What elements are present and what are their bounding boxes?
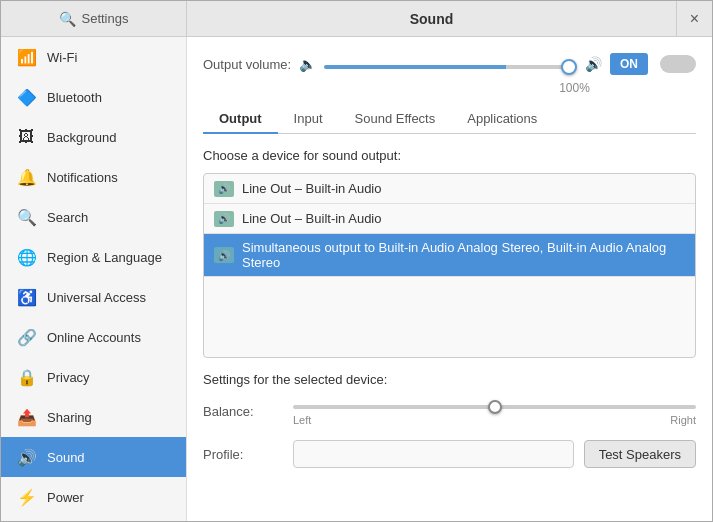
volume-high-icon: 🔊 — [585, 56, 602, 72]
device-label-2: Line Out – Built-in Audio — [242, 211, 381, 226]
sidebar-item-search[interactable]: 🔍Search — [1, 197, 186, 237]
sidebar: 📶Wi-Fi🔷Bluetooth🖼Background🔔Notification… — [1, 37, 187, 521]
sidebar-item-network[interactable]: 🌐Network — [1, 517, 186, 521]
tab-applications[interactable]: Applications — [451, 105, 553, 134]
settings-label: Settings for the selected device: — [203, 372, 696, 387]
main-content: 📶Wi-Fi🔷Bluetooth🖼Background🔔Notification… — [1, 37, 712, 521]
sidebar-item-power[interactable]: ⚡Power — [1, 477, 186, 517]
search-icon: 🔍 — [59, 11, 76, 27]
device-icon-3: 🔊 — [214, 247, 234, 263]
volume-low-icon: 🔈 — [299, 56, 316, 72]
balance-right-label: Right — [670, 414, 696, 426]
tab-input[interactable]: Input — [278, 105, 339, 134]
notifications-icon: 🔔 — [17, 168, 35, 187]
sidebar-label-universal: Universal Access — [47, 290, 146, 305]
sidebar-item-sharing[interactable]: 📤Sharing — [1, 397, 186, 437]
region-icon: 🌐 — [17, 248, 35, 267]
sidebar-item-universal[interactable]: ♿Universal Access — [1, 277, 186, 317]
tab-output[interactable]: Output — [203, 105, 278, 134]
sidebar-label-sharing: Sharing — [47, 410, 92, 425]
tab-sound-effects[interactable]: Sound Effects — [339, 105, 452, 134]
sound-icon: 🔊 — [17, 448, 35, 467]
volume-toggle[interactable]: ON — [610, 53, 648, 75]
profile-select[interactable] — [293, 440, 574, 468]
device-item-lineout2[interactable]: 🔊 Line Out – Built-in Audio — [204, 204, 695, 234]
balance-slider[interactable] — [293, 405, 696, 409]
profile-row: Profile: Test Speakers — [203, 440, 696, 468]
test-speakers-button[interactable]: Test Speakers — [584, 440, 696, 468]
sidebar-label-power: Power — [47, 490, 84, 505]
settings-section: Settings for the selected device: Balanc… — [203, 372, 696, 468]
window-title: Sound — [187, 11, 676, 27]
settings-label: Settings — [82, 11, 129, 26]
sidebar-label-search: Search — [47, 210, 88, 225]
device-list: 🔊 Line Out – Built-in Audio 🔊 Line Out –… — [203, 173, 696, 358]
sidebar-label-sound: Sound — [47, 450, 85, 465]
toggle-track — [660, 55, 696, 73]
sidebar-item-region[interactable]: 🌐Region & Language — [1, 237, 186, 277]
volume-row: Output volume: 🔈 🔊 ON — [203, 53, 696, 75]
universal-icon: ♿ — [17, 288, 35, 307]
sidebar-label-bluetooth: Bluetooth — [47, 90, 102, 105]
choose-device-label: Choose a device for sound output: — [203, 148, 696, 163]
sidebar-item-sound[interactable]: 🔊Sound — [1, 437, 186, 477]
volume-slider-wrap — [324, 57, 577, 72]
device-label-3: Simultaneous output to Built-in Audio An… — [242, 240, 685, 270]
volume-label: Output volume: — [203, 57, 291, 72]
content-panel: Output volume: 🔈 🔊 ON 100% Output Input … — [187, 37, 712, 521]
balance-slider-wrap: Left Right — [293, 397, 696, 426]
wifi-icon: 📶 — [17, 48, 35, 67]
balance-labels: Left Right — [293, 414, 696, 426]
volume-percent: 100% — [453, 81, 696, 95]
sidebar-label-online: Online Accounts — [47, 330, 141, 345]
sidebar-label-wifi: Wi-Fi — [47, 50, 77, 65]
sidebar-item-notifications[interactable]: 🔔Notifications — [1, 157, 186, 197]
sidebar-item-background[interactable]: 🖼Background — [1, 117, 186, 157]
balance-left-label: Left — [293, 414, 311, 426]
sidebar-label-notifications: Notifications — [47, 170, 118, 185]
sidebar-label-privacy: Privacy — [47, 370, 90, 385]
tabs: Output Input Sound Effects Applications — [203, 105, 696, 134]
balance-label: Balance: — [203, 404, 283, 419]
device-list-spacer — [204, 277, 695, 357]
bluetooth-icon: 🔷 — [17, 88, 35, 107]
search-icon: 🔍 — [17, 208, 35, 227]
close-button[interactable]: × — [676, 1, 712, 36]
sidebar-item-bluetooth[interactable]: 🔷Bluetooth — [1, 77, 186, 117]
device-icon-2: 🔊 — [214, 211, 234, 227]
titlebar: 🔍 Settings Sound × — [1, 1, 712, 37]
sharing-icon: 📤 — [17, 408, 35, 427]
online-icon: 🔗 — [17, 328, 35, 347]
device-icon-1: 🔊 — [214, 181, 234, 197]
sidebar-item-privacy[interactable]: 🔒Privacy — [1, 357, 186, 397]
device-label-1: Line Out – Built-in Audio — [242, 181, 381, 196]
profile-label: Profile: — [203, 447, 283, 462]
sidebar-item-online[interactable]: 🔗Online Accounts — [1, 317, 186, 357]
balance-row: Balance: Left Right — [203, 397, 696, 426]
power-icon: ⚡ — [17, 488, 35, 507]
sidebar-label-region: Region & Language — [47, 250, 162, 265]
device-item-simultaneous[interactable]: 🔊 Simultaneous output to Built-in Audio … — [204, 234, 695, 277]
volume-slider[interactable] — [324, 65, 577, 69]
search-area[interactable]: 🔍 Settings — [1, 1, 187, 36]
privacy-icon: 🔒 — [17, 368, 35, 387]
sidebar-label-background: Background — [47, 130, 116, 145]
app-window: 🔍 Settings Sound × 📶Wi-Fi🔷Bluetooth🖼Back… — [0, 0, 713, 522]
device-item-lineout1[interactable]: 🔊 Line Out – Built-in Audio — [204, 174, 695, 204]
background-icon: 🖼 — [17, 128, 35, 146]
sidebar-item-wifi[interactable]: 📶Wi-Fi — [1, 37, 186, 77]
